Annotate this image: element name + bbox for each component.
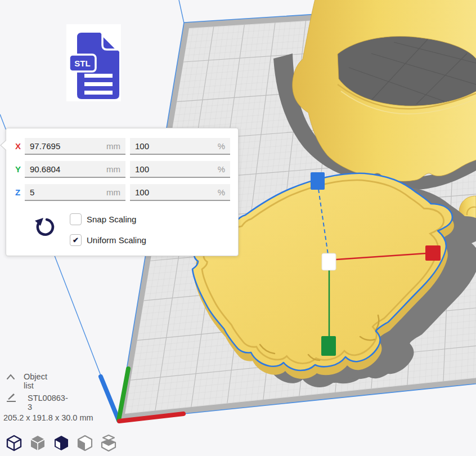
solid-view-icon[interactable] xyxy=(29,435,46,451)
pencil-icon xyxy=(6,392,16,403)
model-dimensions: 205.2 x 191.8 x 30.0 mm xyxy=(3,413,93,422)
z-percent-field: % xyxy=(130,184,230,201)
front-view-icon[interactable] xyxy=(53,435,70,451)
scale-handle-x[interactable] xyxy=(425,245,441,261)
y-size-field: mm xyxy=(25,161,125,178)
uniform-scaling-checkbox[interactable]: ✔ xyxy=(70,234,82,246)
y-percent-input[interactable] xyxy=(130,161,230,177)
z-size-field: mm xyxy=(25,184,125,201)
uniform-check-icon: ✔ xyxy=(73,236,79,244)
object-name[interactable]: STL00863-3 xyxy=(28,394,68,412)
axis-y-label: Y xyxy=(15,164,21,174)
stl-badge-text: STL xyxy=(74,59,90,68)
scale-row-z: Z mm % xyxy=(6,184,238,201)
x-percent-field: % xyxy=(130,138,230,155)
x-size-field: mm xyxy=(25,138,125,155)
snap-scaling-row: Snap Scaling xyxy=(70,213,136,225)
x-percent-input[interactable] xyxy=(130,138,230,154)
camera-view-toolbar xyxy=(6,435,117,451)
uniform-scaling-label: Uniform Scaling xyxy=(87,235,146,245)
uniform-scaling-row: ✔ Uniform Scaling xyxy=(70,234,146,246)
object-list-label[interactable]: Object list xyxy=(24,372,47,390)
snap-scaling-checkbox[interactable] xyxy=(70,213,82,225)
panel-pointer xyxy=(0,140,6,151)
scale-row-x: X mm % xyxy=(6,138,238,155)
reset-scale-button[interactable] xyxy=(33,216,56,239)
scale-row-y: Y mm % xyxy=(6,161,238,178)
left-side-view-icon[interactable] xyxy=(77,435,93,451)
axis-x-label: X xyxy=(15,141,21,151)
scale-tool-panel: X mm % Y mm % Z mm % xyxy=(6,128,239,256)
y-size-input[interactable] xyxy=(25,161,125,177)
z-percent-input[interactable] xyxy=(130,184,230,200)
y-percent-field: % xyxy=(130,161,230,178)
scale-handle-z[interactable] xyxy=(311,172,325,190)
z-size-input[interactable] xyxy=(25,184,125,200)
scale-handle-y[interactable] xyxy=(321,336,336,356)
reset-icon xyxy=(34,216,55,238)
3d-view-icon[interactable] xyxy=(6,435,23,451)
right-side-view-icon[interactable] xyxy=(100,435,117,451)
x-size-input[interactable] xyxy=(25,138,125,154)
chevron-up-icon[interactable] xyxy=(6,373,15,380)
stl-file-thumbnail[interactable]: STL xyxy=(66,24,121,101)
scale-handle-center[interactable] xyxy=(322,253,336,270)
axis-z-label: Z xyxy=(15,187,20,197)
snap-scaling-label: Snap Scaling xyxy=(87,214,136,224)
stl-file-icon: STL xyxy=(66,24,121,101)
